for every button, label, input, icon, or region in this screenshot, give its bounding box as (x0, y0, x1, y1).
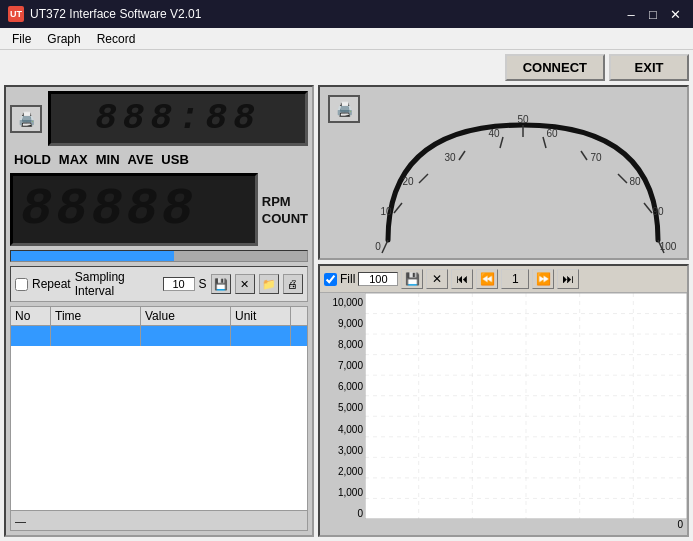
svg-line-8 (500, 137, 503, 148)
col-value: Value (141, 307, 231, 325)
y-label-3000: 3,000 (322, 445, 363, 456)
table-body[interactable] (10, 326, 308, 511)
print-btn[interactable]: 🖨 (283, 274, 303, 294)
col-unit: Unit (231, 307, 291, 325)
chart-clear-btn[interactable]: ✕ (426, 269, 448, 289)
gauge-device-icon: 🖨️ (328, 95, 360, 123)
app-icon-text: UT (10, 9, 22, 19)
progress-bar-container (10, 250, 308, 262)
y-label-7000: 7,000 (322, 360, 363, 371)
fill-label: Fill (340, 272, 355, 286)
fill-value-input[interactable] (358, 272, 398, 286)
svg-text:100: 100 (660, 241, 677, 252)
y-label-5000: 5,000 (322, 402, 363, 413)
title-bar: UT UT372 Interface Software V2.01 – □ ✕ (0, 0, 693, 28)
row-value (141, 326, 231, 346)
save-btn[interactable]: 💾 (211, 274, 231, 294)
table-area: No Time Value Unit — (10, 306, 308, 531)
title-bar-title: UT372 Interface Software V2.01 (30, 7, 201, 21)
svg-line-16 (618, 174, 627, 183)
menu-file[interactable]: File (4, 30, 39, 48)
svg-line-6 (459, 151, 465, 160)
sampling-value-input[interactable] (163, 277, 195, 291)
left-panel: 🖨️ 888:88 HOLD MAX MIN AVE USB 88888 RPM… (4, 85, 314, 537)
big-seg-display: 88888 (10, 173, 258, 246)
device-icon: 🖨️ (10, 105, 42, 133)
y-label-2000: 2,000 (322, 466, 363, 477)
close-button[interactable]: ✕ (665, 6, 685, 22)
row-time (51, 326, 141, 346)
indicators: HOLD MAX MIN AVE USB (10, 150, 308, 169)
y-label-9000: 9,000 (322, 318, 363, 329)
svg-text:20: 20 (402, 176, 414, 187)
content-row: 🖨️ 888:88 HOLD MAX MIN AVE USB 88888 RPM… (4, 85, 689, 537)
right-panel: 🖨️ 0 10 20 (318, 85, 689, 537)
y-label-6000: 6,000 (322, 381, 363, 392)
x-axis: 0 (365, 519, 687, 535)
y-label-10000: 10,000 (322, 297, 363, 308)
chart-area: 10,000 9,000 8,000 7,000 6,000 5,000 4,0… (320, 293, 687, 535)
title-bar-left: UT UT372 Interface Software V2.01 (8, 6, 201, 22)
chart-next-btn[interactable]: ⏩ (532, 269, 554, 289)
menu-graph[interactable]: Graph (39, 30, 88, 48)
maximize-button[interactable]: □ (643, 6, 663, 22)
svg-text:0: 0 (375, 241, 381, 252)
delete-btn[interactable]: ✕ (235, 274, 255, 294)
menu-bar: File Graph Record (0, 28, 693, 50)
col-time: Time (51, 307, 141, 325)
max-indicator: MAX (59, 152, 88, 167)
title-bar-controls: – □ ✕ (621, 6, 685, 22)
table-row-selected[interactable] (11, 326, 307, 346)
x-axis-end: 0 (677, 519, 683, 530)
exit-button[interactable]: EXIT (609, 54, 689, 81)
y-label-8000: 8,000 (322, 339, 363, 350)
app-icon: UT (8, 6, 24, 22)
menu-record[interactable]: Record (89, 30, 144, 48)
gauge-svg: 0 10 20 30 40 (368, 95, 678, 255)
footer-text: — (15, 515, 26, 527)
chart-first-btn[interactable]: ⏮ (451, 269, 473, 289)
row-no (11, 326, 51, 346)
chart-prev-btn[interactable]: ⏪ (476, 269, 498, 289)
top-bar: CONNECT EXIT (4, 54, 689, 81)
minimize-button[interactable]: – (621, 6, 641, 22)
table-header: No Time Value Unit (10, 306, 308, 326)
chart-toolbar: Fill 💾 ✕ ⏮ ⏪ 1 ⏩ ⏭ (320, 266, 687, 293)
chart-y-axis: 10,000 9,000 8,000 7,000 6,000 5,000 4,0… (320, 293, 365, 535)
svg-line-4 (419, 174, 428, 183)
fill-checkbox[interactable] (324, 273, 337, 286)
svg-line-14 (581, 151, 587, 160)
y-label-1000: 1,000 (322, 487, 363, 498)
chart-save-btn[interactable]: 💾 (401, 269, 423, 289)
svg-text:50: 50 (517, 114, 529, 125)
progress-bar-fill (11, 251, 174, 261)
sampling-label: Sampling Interval (75, 270, 159, 298)
main-content: CONNECT EXIT 🖨️ 888:88 HOLD MAX MIN AVE … (0, 50, 693, 541)
folder-btn[interactable]: 📁 (259, 274, 279, 294)
chart-plot-area: 0 (365, 293, 687, 535)
chart-last-btn[interactable]: ⏭ (557, 269, 579, 289)
gauge-panel: 🖨️ 0 10 20 (318, 85, 689, 260)
chart-page-input: 1 (501, 269, 529, 289)
sampling-unit: S (199, 277, 207, 291)
min-indicator: MIN (96, 152, 120, 167)
row-unit (231, 326, 291, 346)
repeat-checkbox[interactable] (15, 278, 28, 291)
chart-grid-svg (365, 293, 687, 519)
svg-text:60: 60 (546, 128, 558, 139)
usb-indicator: USB (161, 152, 188, 167)
connect-button[interactable]: CONNECT (505, 54, 605, 81)
svg-text:70: 70 (590, 152, 602, 163)
svg-text:30: 30 (444, 152, 456, 163)
svg-text:40: 40 (488, 128, 500, 139)
seg-display: 888:88 (48, 91, 308, 146)
svg-line-18 (644, 203, 652, 213)
table-footer: — (10, 511, 308, 531)
chart-panel: Fill 💾 ✕ ⏮ ⏪ 1 ⏩ ⏭ 10,000 9,000 8,000 (318, 264, 689, 537)
col-no: No (11, 307, 51, 325)
svg-text:80: 80 (629, 176, 641, 187)
ave-indicator: AVE (128, 152, 154, 167)
device-display: 🖨️ 888:88 (10, 91, 308, 146)
big-display-row: 88888 RPM COUNT (10, 173, 308, 246)
unit-count: COUNT (262, 211, 308, 226)
